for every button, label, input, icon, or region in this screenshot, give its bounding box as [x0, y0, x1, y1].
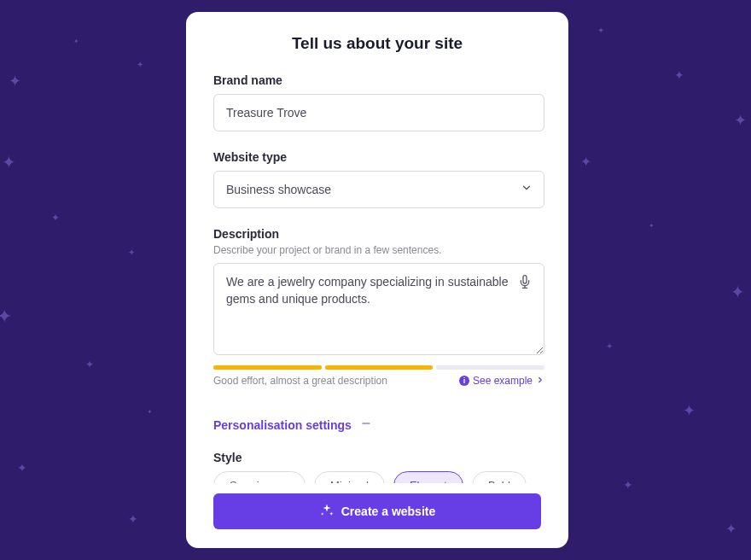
- brand-name-input[interactable]: [213, 94, 544, 131]
- description-group: Description Describe your project or bra…: [213, 227, 544, 387]
- page-title: Tell us about your site: [213, 34, 556, 53]
- description-sublabel: Describe your project or brand in a few …: [213, 244, 544, 256]
- progress-segment: [436, 365, 544, 370]
- style-label: Style: [213, 451, 544, 464]
- website-type-group: Website type Business showcase: [213, 150, 544, 208]
- style-chip-surprise-me[interactable]: Surprise me: [213, 471, 306, 483]
- create-website-label: Create a website: [341, 505, 436, 518]
- description-textarea[interactable]: [213, 263, 544, 355]
- voice-input-button[interactable]: [514, 271, 536, 294]
- personalisation-toggle[interactable]: Personalisation settings: [213, 417, 372, 432]
- style-chip-elegant[interactable]: Elegant: [393, 471, 463, 483]
- description-strength-feedback: Good effort, almost a great description: [213, 375, 387, 387]
- site-setup-modal: Tell us about your site Brand name Websi…: [186, 12, 568, 548]
- personalisation-label: Personalisation settings: [213, 418, 352, 432]
- form-scroll-area[interactable]: Brand name Website type Business showcas…: [213, 73, 556, 483]
- sparkle-icon: [319, 503, 335, 521]
- description-label: Description: [213, 227, 544, 241]
- microphone-icon: [518, 275, 532, 291]
- style-chip-minimal[interactable]: Minimal: [314, 471, 385, 483]
- modal-footer: Create a website: [213, 483, 556, 529]
- see-example-link[interactable]: i See example: [459, 375, 544, 387]
- create-website-button[interactable]: Create a website: [213, 493, 541, 529]
- see-example-label: See example: [473, 375, 533, 387]
- description-strength-bar: [213, 365, 544, 370]
- brand-name-label: Brand name: [213, 73, 544, 87]
- style-options: Surprise meMinimalElegantBold: [213, 471, 544, 483]
- style-chip-bold[interactable]: Bold: [472, 471, 527, 483]
- chevron-right-icon: [536, 375, 544, 387]
- style-group: Style Surprise meMinimalElegantBold: [213, 451, 544, 483]
- minus-icon: [360, 417, 372, 432]
- website-type-select[interactable]: Business showcase: [213, 171, 544, 208]
- website-type-label: Website type: [213, 150, 544, 164]
- progress-segment: [325, 365, 434, 370]
- progress-segment: [213, 365, 322, 370]
- info-icon: i: [459, 376, 469, 386]
- brand-name-group: Brand name: [213, 73, 544, 131]
